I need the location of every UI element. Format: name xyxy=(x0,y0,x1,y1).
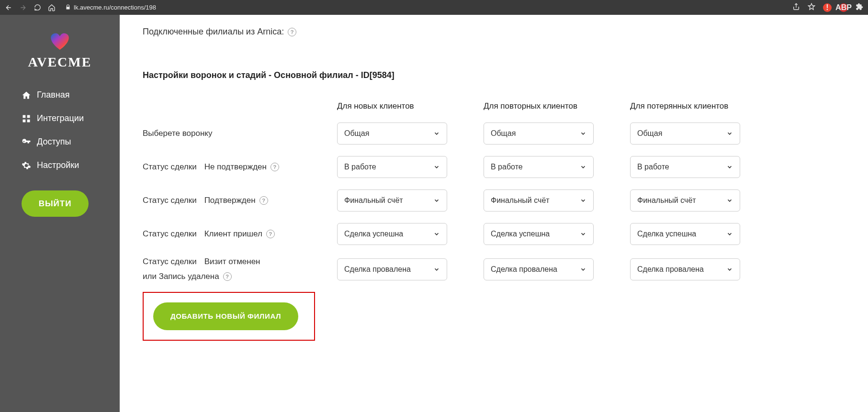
help-icon[interactable]: ? xyxy=(259,196,268,205)
reload-icon[interactable] xyxy=(34,4,41,11)
connected-branches-label: Подключенные филиалы из Arnica: xyxy=(143,27,284,37)
connected-branches-title: Подключенные филиалы из Arnica: ? xyxy=(143,27,845,37)
help-icon[interactable]: ? xyxy=(223,272,232,281)
row-label: Выберете воронку xyxy=(143,122,325,145)
lock-icon xyxy=(65,3,71,12)
row-label: Статус сделкиНе подтвержден ? xyxy=(143,156,325,178)
column-header: Для новых клиентов xyxy=(337,96,471,117)
svg-rect-2 xyxy=(23,119,26,122)
sidebar-item-label: Интеграции xyxy=(37,113,84,123)
help-icon[interactable]: ? xyxy=(266,230,275,238)
forward-icon[interactable] xyxy=(19,4,27,11)
select-dropdown[interactable]: Сделка успешна xyxy=(337,223,447,245)
select-value: Финальный счёт xyxy=(491,196,550,205)
row-label: Статус сделкиПодтвержден ? xyxy=(143,189,325,212)
sidebar-item-label: Главная xyxy=(37,90,70,100)
sidebar-item-label: Настройки xyxy=(37,160,79,170)
svg-rect-1 xyxy=(27,115,30,118)
sidebar-item-access[interactable]: Доступы xyxy=(22,130,120,154)
brand-text: AVECME xyxy=(0,55,120,70)
extensions-icon[interactable] xyxy=(856,3,863,12)
column-header: Для потерянных клиентов xyxy=(630,96,764,117)
select-value: В работе xyxy=(491,163,523,171)
logout-button[interactable]: ВЫЙТИ xyxy=(22,190,89,217)
select-dropdown[interactable]: Финальный счёт xyxy=(484,189,594,212)
select-value: Финальный счёт xyxy=(637,196,696,205)
select-dropdown[interactable]: В работе xyxy=(630,156,740,178)
select-dropdown[interactable]: Сделка провалена xyxy=(484,258,594,280)
svg-rect-0 xyxy=(23,115,26,118)
select-dropdown[interactable]: Общая xyxy=(630,122,740,145)
select-dropdown[interactable]: Сделка успешна xyxy=(484,223,594,245)
funnel-settings-title: Настройки воронок и стадий - Основной фи… xyxy=(143,70,845,80)
select-value: В работе xyxy=(344,163,376,171)
select-value: Общая xyxy=(491,129,516,138)
brand-logo: AVECME xyxy=(0,32,120,70)
select-value: Сделка провалена xyxy=(344,265,411,274)
select-dropdown[interactable]: Сделка успешна xyxy=(630,223,740,245)
back-icon[interactable] xyxy=(5,4,12,11)
select-dropdown[interactable]: Финальный счёт xyxy=(630,189,740,212)
extension-badge-1[interactable]: ! xyxy=(823,3,832,12)
browser-right-icons: ! ABP xyxy=(792,3,863,12)
select-dropdown[interactable]: В работе xyxy=(484,156,594,178)
browser-chrome: lk.avecme.ru/connections/198 ! ABP xyxy=(0,0,868,15)
sidebar: AVECME Главная Интеграции Доступы Настро… xyxy=(0,15,120,412)
address-bar[interactable]: lk.avecme.ru/connections/198 xyxy=(65,3,156,12)
select-value: Сделка провалена xyxy=(637,265,704,274)
column-header: Для повторных клиентов xyxy=(484,96,618,117)
star-icon[interactable] xyxy=(808,3,815,12)
select-dropdown[interactable]: Сделка провалена xyxy=(630,258,740,280)
select-dropdown[interactable]: Общая xyxy=(337,122,447,145)
select-value: Сделка провалена xyxy=(491,265,557,274)
sidebar-item-settings[interactable]: Настройки xyxy=(22,154,120,177)
select-dropdown[interactable]: Финальный счёт xyxy=(337,189,447,212)
settings-grid: Для новых клиентовДля повторных клиентов… xyxy=(143,96,845,288)
help-icon[interactable]: ? xyxy=(271,163,279,171)
url-text: lk.avecme.ru/connections/198 xyxy=(74,4,156,11)
select-value: В работе xyxy=(637,163,669,171)
add-branch-highlight: ДОБАВИТЬ НОВЫЙ ФИЛИАЛ xyxy=(143,292,315,341)
main-content: Подключенные филиалы из Arnica: ? Настро… xyxy=(120,15,868,412)
abp-icon[interactable]: ABP xyxy=(839,3,848,12)
heart-logo-icon xyxy=(45,32,74,51)
select-dropdown[interactable]: Сделка провалена xyxy=(337,258,447,280)
select-value: Финальный счёт xyxy=(344,196,403,205)
select-value: Сделка успешна xyxy=(637,230,696,238)
svg-rect-3 xyxy=(27,119,30,122)
share-icon[interactable] xyxy=(792,3,800,12)
row-label: Статус сделкиВизит отмененили Запись уда… xyxy=(143,251,325,288)
row-label: Статус сделкиКлиент пришел ? xyxy=(143,223,325,245)
add-branch-button[interactable]: ДОБАВИТЬ НОВЫЙ ФИЛИАЛ xyxy=(153,302,298,330)
sidebar-item-home[interactable]: Главная xyxy=(22,83,120,107)
sidebar-item-label: Доступы xyxy=(37,137,71,147)
sidebar-item-integrations[interactable]: Интеграции xyxy=(22,107,120,130)
select-dropdown[interactable]: В работе xyxy=(337,156,447,178)
select-value: Общая xyxy=(637,129,662,138)
home-icon[interactable] xyxy=(48,4,56,11)
help-icon[interactable]: ? xyxy=(288,28,296,36)
select-value: Общая xyxy=(344,129,369,138)
sidebar-nav: Главная Интеграции Доступы Настройки xyxy=(0,83,120,177)
select-value: Сделка успешна xyxy=(491,230,550,238)
select-dropdown[interactable]: Общая xyxy=(484,122,594,145)
select-value: Сделка успешна xyxy=(344,230,403,238)
